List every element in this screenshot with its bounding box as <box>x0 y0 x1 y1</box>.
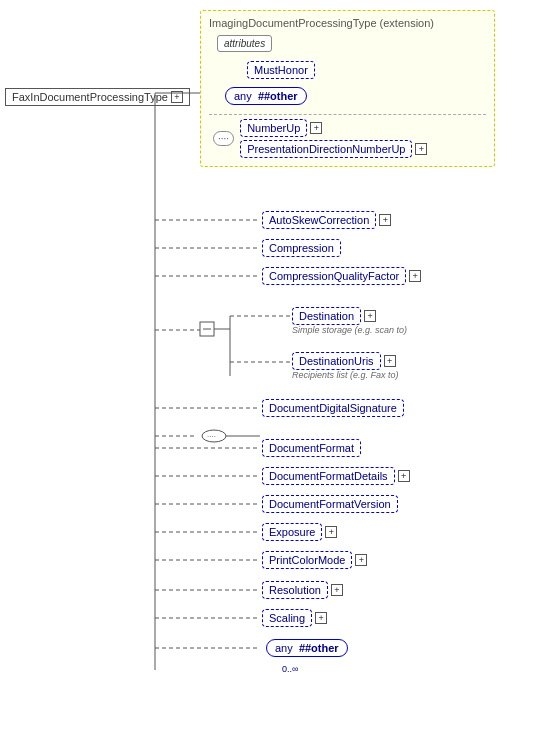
doc-format-version-row: DocumentFormatVersion <box>262 495 398 513</box>
imaging-type-title: ImagingDocumentProcessingType (extension… <box>209 17 486 29</box>
scaling-expand[interactable]: + <box>315 612 327 624</box>
fax-type-label: FaxInDocumentProcessingType <box>12 91 168 103</box>
presentation-expand[interactable]: + <box>415 143 427 155</box>
print-color-node[interactable]: PrintColorMode <box>262 551 352 569</box>
any-other2-row: any ##other <box>262 636 348 660</box>
doc-digital-sig-node[interactable]: DocumentDigitalSignature <box>262 399 404 417</box>
any-other2-node[interactable]: any ##other <box>266 639 348 657</box>
resolution-node[interactable]: Resolution <box>262 581 328 599</box>
doc-format-details-expand[interactable]: + <box>398 470 410 482</box>
fax-type-box[interactable]: FaxInDocumentProcessingType + <box>5 88 190 106</box>
number-up-items: NumberUp + PresentationDirectionNumberUp… <box>240 119 427 158</box>
compression-quality-expand[interactable]: + <box>409 270 421 282</box>
dots-connector: ···· <box>213 131 234 146</box>
doc-digital-sig-row: DocumentDigitalSignature <box>262 399 404 417</box>
number-up-expand[interactable]: + <box>310 122 322 134</box>
must-honor-row: MustHonor <box>231 58 486 82</box>
attributes-label: attributes <box>217 35 272 52</box>
doc-format-row: DocumentFormat <box>262 439 361 457</box>
compression-quality-node[interactable]: CompressionQualityFactor <box>262 267 406 285</box>
destination-uris-desc: Recipients list (e.g. Fax to) <box>292 368 399 380</box>
any-other-node[interactable]: any ##other <box>225 87 307 105</box>
imaging-type-box: ImagingDocumentProcessingType (extension… <box>200 10 495 167</box>
destination-expand[interactable]: + <box>364 310 376 322</box>
resolution-row: Resolution + <box>262 581 343 599</box>
doc-format-details-row: DocumentFormatDetails + <box>262 467 410 485</box>
scaling-node[interactable]: Scaling <box>262 609 312 627</box>
svg-point-22 <box>202 430 226 442</box>
resolution-expand[interactable]: + <box>331 584 343 596</box>
scaling-row: Scaling + <box>262 609 327 627</box>
diagram: ImagingDocumentProcessingType (extension… <box>0 0 539 729</box>
exposure-node[interactable]: Exposure <box>262 523 322 541</box>
attributes-section: attributes MustHonor any ##other <box>217 35 486 108</box>
presentation-node[interactable]: PresentationDirectionNumberUp <box>240 140 412 158</box>
fax-type-expand[interactable]: + <box>171 91 183 103</box>
number-up-row: NumberUp + <box>240 119 427 137</box>
number-up-node[interactable]: NumberUp <box>240 119 307 137</box>
compression-node[interactable]: Compression <box>262 239 341 257</box>
auto-skew-row: AutoSkewCorrection + <box>262 211 391 229</box>
any-label: any <box>234 90 252 102</box>
any-other-row: any ##other <box>221 84 486 108</box>
doc-format-details-node[interactable]: DocumentFormatDetails <box>262 467 395 485</box>
any2-label: any <box>275 642 293 654</box>
number-up-section: ···· NumberUp + PresentationDirectionNum… <box>213 119 486 158</box>
exposure-row: Exposure + <box>262 523 337 541</box>
compression-row: Compression <box>262 239 341 257</box>
doc-format-version-node[interactable]: DocumentFormatVersion <box>262 495 398 513</box>
destination-desc: Simple storage (e.g. scan to) <box>292 323 407 335</box>
print-color-expand[interactable]: + <box>355 554 367 566</box>
destination-uris-expand[interactable]: + <box>384 355 396 367</box>
auto-skew-node[interactable]: AutoSkewCorrection <box>262 211 376 229</box>
print-color-row: PrintColorMode + <box>262 551 367 569</box>
compression-quality-row: CompressionQualityFactor + <box>262 267 421 285</box>
svg-text:····: ···· <box>207 432 216 441</box>
any-other2-section: any ##other 0..∞ <box>262 636 348 674</box>
doc-format-node[interactable]: DocumentFormat <box>262 439 361 457</box>
exposure-expand[interactable]: + <box>325 526 337 538</box>
must-honor-node[interactable]: MustHonor <box>247 61 315 79</box>
svg-rect-6 <box>200 322 214 336</box>
any-other-label: ##other <box>258 90 298 102</box>
presentation-row: PresentationDirectionNumberUp + <box>240 140 427 158</box>
auto-skew-expand[interactable]: + <box>379 214 391 226</box>
zero-inf-label: 0..∞ <box>282 662 298 674</box>
imaging-type-label: ImagingDocumentProcessingType (extension… <box>209 17 434 29</box>
any-other2-label: ##other <box>299 642 339 654</box>
